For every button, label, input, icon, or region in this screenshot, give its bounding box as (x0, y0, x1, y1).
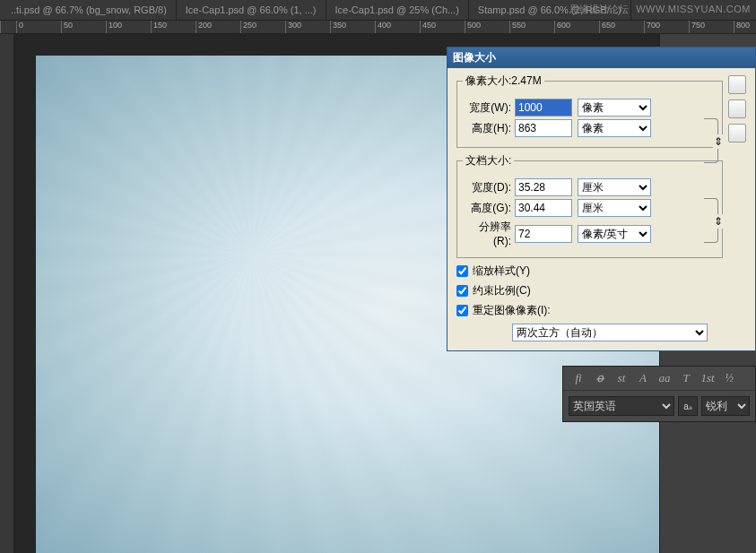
titling-icon[interactable]: aa (656, 371, 673, 385)
constrain-link-icon[interactable]: ⇕ (713, 134, 724, 149)
interpolation-select[interactable]: 两次立方（自动） (512, 324, 708, 341)
resample-checkbox[interactable] (456, 305, 468, 316)
ruler-horizontal: 050100 150200250 300350400 450500550 600… (0, 20, 756, 34)
character-panel: fi o̶ st A aa T 1st ½ 英国英语 aₐ 锐利 (562, 366, 756, 422)
scale-styles-check[interactable]: 缩放样式(Y) (456, 264, 723, 279)
ligature-icon[interactable]: fi (570, 371, 587, 385)
resample-check[interactable]: 重定图像像素(I): (456, 303, 723, 318)
watermark-url: WWW.MISSYUAN.COM (636, 4, 751, 14)
scale-styles-checkbox[interactable] (456, 265, 468, 277)
doc-legend: 文档大小: (463, 153, 514, 168)
swash-icon[interactable]: A (635, 371, 651, 385)
doc-tab[interactable]: Ice-Cap1.psd @ 66.0% (1, ...) (177, 0, 326, 20)
ordinal-1st-icon[interactable]: 1st (700, 371, 716, 385)
stylistic-icon[interactable]: st (613, 371, 630, 385)
doc-height-label: 高度(G): (463, 201, 515, 216)
pixel-height-label: 高度(H): (463, 121, 515, 136)
document-size-group: 文档大小: 宽度(D): 厘米 高度(G): 厘米 ⇕ (456, 153, 723, 258)
strikethrough-icon[interactable]: o̶ (592, 371, 608, 385)
doc-width-label: 宽度(D): (463, 180, 515, 195)
pixel-width-input[interactable] (515, 99, 572, 117)
image-size-dialog: 图像大小 像素大小:2.47M 宽度(W): 像素 高度(H): 像素 (447, 47, 756, 351)
language-select[interactable]: 英国英语 (569, 396, 674, 416)
doc-tab[interactable]: Ice-Cap1.psd @ 25% (Ch...) (326, 0, 469, 20)
doc-height-input[interactable] (515, 199, 572, 217)
doc-tab[interactable]: ..ti.psd @ 66.7% (bg_snow, RGB/8) (2, 0, 177, 20)
doc-height-unit[interactable]: 厘米 (578, 199, 651, 217)
pixel-legend: 像素大小:2.47M (463, 73, 544, 89)
pixel-height-input[interactable] (515, 119, 572, 137)
resolution-label: 分辨率(R): (463, 220, 515, 247)
doc-width-input[interactable] (515, 178, 572, 196)
watermark-text: 思缘设计论坛 (569, 3, 629, 16)
opentype-icons-row: fi o̶ st A aa T 1st ½ (563, 367, 755, 391)
dialog-title[interactable]: 图像大小 (448, 48, 755, 68)
antialiasing-icon[interactable]: aₐ (678, 396, 698, 416)
ordinals-icon[interactable]: T (678, 371, 694, 385)
constrain-checkbox[interactable] (456, 285, 468, 297)
fractions-icon[interactable]: ½ (721, 371, 737, 385)
resolution-unit[interactable]: 像素/英寸 (578, 225, 651, 243)
constrain-check[interactable]: 约束比例(C) (456, 283, 723, 298)
constrain-link-icon[interactable]: ⇕ (713, 214, 724, 229)
pixel-width-label: 宽度(W): (463, 100, 515, 116)
auto-button[interactable] (728, 124, 746, 143)
ruler-vertical (0, 34, 14, 553)
doc-width-unit[interactable]: 厘米 (578, 178, 651, 196)
pixel-width-unit[interactable]: 像素 (578, 99, 651, 117)
antialiasing-select[interactable]: 锐利 (701, 396, 750, 416)
pixel-height-unit[interactable]: 像素 (578, 119, 651, 137)
resolution-input[interactable] (515, 225, 572, 243)
pixel-dimensions-group: 像素大小:2.47M 宽度(W): 像素 高度(H): 像素 ⇕ (456, 73, 723, 148)
watermark: 思缘设计论坛 WWW.MISSYUAN.COM (569, 0, 756, 18)
ok-button[interactable] (728, 75, 746, 94)
cancel-button[interactable] (728, 99, 746, 118)
